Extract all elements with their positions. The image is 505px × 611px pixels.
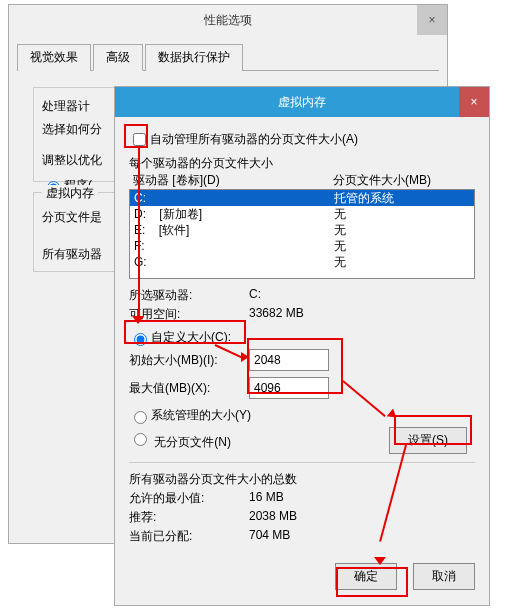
cur-label: 当前已分配: — [129, 528, 249, 545]
set-button[interactable]: 设置(S) — [389, 427, 467, 454]
drive-listbox[interactable]: C: 托管的系统 D: [新加卷] 无 E: [软件] 无 F: 无 G: 无 — [129, 189, 475, 279]
totals-label: 所有驱动器分页文件大小的总数 — [129, 471, 475, 488]
system-managed-label: 系统管理的大小(Y) — [151, 407, 251, 424]
initial-label: 初始大小(MB)(I): — [129, 352, 249, 369]
available-label: 可用空间: — [129, 306, 249, 323]
perf-tabs: 视觉效果 高级 数据执行保护 — [17, 43, 439, 71]
each-drive-label: 每个驱动器的分页文件大小 — [129, 155, 475, 172]
custom-size-label: 自定义大小(C): — [151, 329, 231, 346]
list-item[interactable]: D: [新加卷] 无 — [130, 206, 474, 222]
list-item[interactable]: C: 托管的系统 — [130, 190, 474, 206]
min-label: 允许的最小值: — [129, 490, 249, 507]
auto-manage-row: 自动管理所有驱动器的分页文件大小(A) — [129, 130, 475, 149]
tab-advanced[interactable]: 高级 — [93, 44, 143, 71]
cur-value: 704 MB — [249, 528, 290, 545]
tab-dep[interactable]: 数据执行保护 — [145, 44, 243, 71]
drive-list-header: 驱动器 [卷标](D) 分页文件大小(MB) — [129, 172, 475, 189]
available-value: 33682 MB — [249, 306, 304, 323]
vm-titlebar: 虚拟内存 × — [115, 87, 489, 117]
close-icon[interactable]: × — [459, 87, 489, 117]
list-item[interactable]: E: [软件] 无 — [130, 222, 474, 238]
vm-title: 虚拟内存 — [278, 94, 326, 111]
virtual-memory-dialog: 虚拟内存 × 自动管理所有驱动器的分页文件大小(A) 每个驱动器的分页文件大小 … — [114, 86, 490, 606]
perf-title: 性能选项 — [204, 12, 252, 29]
custom-size-radio[interactable] — [134, 333, 147, 346]
tab-visual[interactable]: 视觉效果 — [17, 44, 91, 71]
rec-label: 推荐: — [129, 509, 249, 526]
perf-titlebar: 性能选项 × — [9, 5, 447, 35]
header-size: 分页文件大小(MB) — [333, 172, 431, 189]
max-label: 最大值(MB)(X): — [129, 380, 249, 397]
vm-group-title: 虚拟内存 — [42, 185, 98, 202]
ok-button[interactable]: 确定 — [335, 563, 397, 590]
cancel-button[interactable]: 取消 — [413, 563, 475, 590]
selected-drive-value: C: — [249, 287, 261, 304]
auto-manage-label: 自动管理所有驱动器的分页文件大小(A) — [150, 131, 358, 148]
rec-value: 2038 MB — [249, 509, 297, 526]
system-managed-radio[interactable] — [134, 411, 147, 424]
auto-manage-checkbox[interactable] — [133, 133, 146, 146]
initial-size-input[interactable] — [249, 349, 329, 371]
no-paging-label: 无分页文件(N) — [154, 435, 231, 449]
list-item[interactable]: F: 无 — [130, 238, 474, 254]
no-paging-radio[interactable] — [134, 433, 147, 446]
header-drive: 驱动器 [卷标](D) — [133, 172, 333, 189]
close-icon[interactable]: × — [417, 5, 447, 35]
selected-drive-label: 所选驱动器: — [129, 287, 249, 304]
min-value: 16 MB — [249, 490, 284, 507]
max-size-input[interactable] — [249, 377, 329, 399]
list-item[interactable]: G: 无 — [130, 254, 474, 270]
